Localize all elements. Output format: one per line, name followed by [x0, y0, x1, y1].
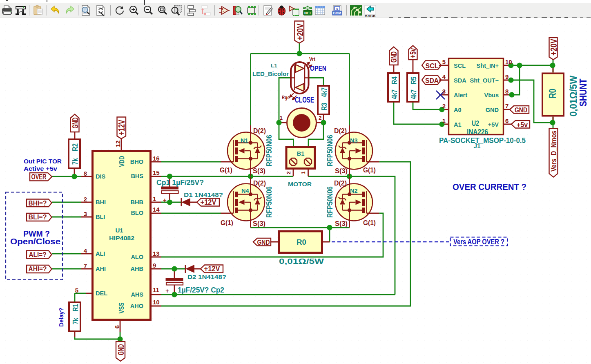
svg-text:BHI: BHI [96, 199, 106, 205]
svg-text:PA-SOCKET_MSOP-10-0.5: PA-SOCKET_MSOP-10-0.5 [439, 136, 526, 145]
svg-text:S(3): S(3) [253, 220, 265, 227]
svg-text:$: $ [336, 7, 338, 11]
svg-text:NET: NET [304, 11, 312, 15]
svg-text:5: 5 [442, 58, 446, 65]
svg-text:+12V: +12V [117, 120, 127, 135]
svg-text:15: 15 [153, 169, 160, 176]
svg-text:AHI=?: AHI=? [29, 265, 47, 272]
svg-text:7k: 7k [71, 318, 80, 324]
svg-text:1: 1 [300, 171, 306, 174]
svg-text:10: 10 [505, 58, 512, 65]
svg-text:DEL: DEL [96, 290, 107, 297]
svg-text:D(2): D(2) [253, 127, 266, 134]
svg-text:GND: GND [389, 51, 398, 63]
svg-text:+: + [165, 287, 169, 294]
svg-text:R1: R1 [71, 304, 80, 311]
svg-text:ALI=?: ALI=? [29, 251, 47, 258]
svg-text:+5v: +5v [517, 121, 528, 129]
svg-text:Active +5v: Active +5v [24, 165, 57, 172]
svg-text:D(2): D(2) [253, 180, 266, 187]
svg-text:8: 8 [84, 170, 87, 177]
svg-text:AHO: AHO [130, 303, 143, 309]
svg-text:A0: A0 [454, 107, 462, 113]
svg-text:2: 2 [319, 115, 322, 121]
svg-text:Out PIC TOR: Out PIC TOR [24, 158, 62, 165]
svg-text:+: + [163, 197, 167, 203]
svg-text:R4: R4 [390, 76, 399, 84]
svg-text:AHI: AHI [96, 266, 106, 272]
svg-text:Vrt: Vrt [309, 56, 315, 62]
svg-text:RFP50N06: RFP50N06 [265, 186, 273, 218]
svg-text:SDA: SDA [425, 77, 439, 85]
svg-text:MOTOR: MOTOR [288, 181, 312, 188]
svg-text:D(2): D(2) [334, 180, 347, 187]
svg-text:1: 1 [153, 195, 156, 202]
svg-text:1µF/25V? Cp2: 1µF/25V? Cp2 [178, 286, 224, 294]
svg-text:+12V: +12V [201, 198, 216, 206]
svg-text:R5: R5 [410, 76, 418, 84]
svg-text:BACK: BACK [365, 13, 376, 18]
svg-text:ALI: ALI [96, 250, 105, 257]
svg-text:J1: J1 [474, 142, 481, 150]
svg-text:3: 3 [84, 210, 87, 217]
svg-text:G(1): G(1) [363, 167, 376, 174]
svg-text:7: 7 [505, 103, 508, 109]
svg-text:7k: 7k [71, 158, 79, 165]
svg-text:BLO: BLO [131, 210, 143, 216]
svg-text:D2 1N4148?: D2 1N4148? [187, 274, 226, 280]
svg-text:2: 2 [442, 103, 446, 109]
svg-text:13: 13 [153, 250, 160, 257]
svg-text:0,01Ω/5W: 0,01Ω/5W [279, 257, 324, 266]
svg-text:HIP4082: HIP4082 [109, 234, 134, 241]
svg-text:GND: GND [70, 118, 80, 129]
svg-text:Sht_OUT−: Sht_OUT− [470, 77, 499, 84]
svg-text:INA226: INA226 [467, 127, 488, 136]
svg-text:GND: GND [515, 106, 527, 114]
svg-text:BOM: BOM [333, 11, 341, 15]
svg-text:RFP50N06: RFP50N06 [326, 135, 334, 166]
svg-text:SCL: SCL [454, 63, 466, 69]
svg-text:OVER CURRENT ?: OVER CURRENT ? [453, 182, 526, 192]
svg-text:U1: U1 [115, 227, 123, 234]
svg-text:N2: N2 [350, 188, 358, 194]
svg-text:3: 3 [442, 88, 446, 95]
svg-text:ALO: ALO [131, 254, 143, 260]
svg-text:SCL: SCL [426, 62, 439, 70]
svg-text:R0: R0 [547, 89, 558, 98]
svg-text:+20V: +20V [549, 38, 559, 56]
svg-text:D(2): D(2) [334, 127, 347, 134]
svg-text:BLI: BLI [96, 214, 105, 220]
svg-text:+12V: +12V [204, 265, 220, 273]
svg-text:1: 1 [279, 115, 283, 121]
svg-text:Cp1 1µF/25V?: Cp1 1µF/25V? [156, 179, 204, 187]
svg-text:BHO: BHO [130, 159, 143, 165]
svg-text:+20V: +20V [295, 23, 305, 40]
svg-text:8: 8 [505, 88, 508, 95]
svg-text:BHB: BHB [131, 199, 143, 205]
svg-text:4k7: 4k7 [320, 87, 328, 97]
svg-text:Delay?: Delay? [58, 308, 65, 327]
svg-text:1: 1 [442, 117, 446, 124]
svg-text:Sht_IN+: Sht_IN+ [477, 63, 499, 69]
svg-text:GND: GND [257, 239, 270, 246]
svg-text:16: 16 [153, 155, 160, 162]
svg-text:LED_Bicolor: LED_Bicolor [252, 70, 289, 77]
svg-text:GND: GND [116, 344, 125, 355]
svg-text:R3: R3 [320, 103, 328, 110]
svg-text:+5v: +5v [408, 48, 417, 58]
svg-text:4k7: 4k7 [410, 89, 418, 99]
svg-text:+5V: +5V [488, 121, 499, 128]
svg-text:OVER: OVER [31, 173, 47, 181]
svg-text:VDD: VDD [118, 156, 125, 167]
svg-text:RFP50N06: RFP50N06 [265, 135, 273, 166]
svg-text:L1: L1 [271, 63, 277, 69]
svg-text:N3: N3 [350, 137, 358, 144]
svg-text:Vers_D_Nmos: Vers_D_Nmos [550, 131, 558, 172]
svg-text:S(3): S(3) [253, 167, 265, 174]
svg-text:SDA: SDA [454, 77, 466, 84]
svg-text:9: 9 [153, 262, 156, 269]
svg-text:10: 10 [153, 299, 160, 306]
svg-text:A1: A1 [454, 121, 462, 128]
svg-text:R0: R0 [297, 238, 306, 246]
svg-text:AHS: AHS [131, 291, 143, 298]
